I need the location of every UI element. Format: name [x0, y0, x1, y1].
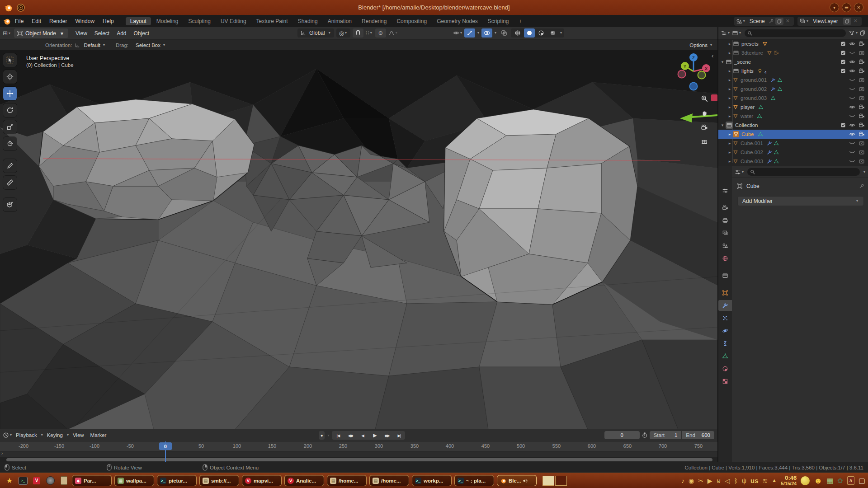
jump-to-start-button[interactable]: |◀ [332, 431, 344, 440]
transform-orientation-dropdown[interactable]: Global ▾ [297, 28, 334, 38]
outliner-row[interactable]: ▾ Collection [718, 121, 868, 130]
shading-dropdown[interactable]: ▾ [560, 31, 562, 35]
smiley-applet-icon[interactable]: ☻ [814, 477, 822, 485]
tab-modifiers[interactable] [718, 300, 732, 311]
options-dropdown[interactable]: Options ▾ [689, 42, 713, 48]
volume-muted-icon[interactable]: ◁ [725, 478, 730, 484]
tool-scale[interactable] [3, 120, 17, 134]
overlays-toggle[interactable] [481, 28, 492, 38]
tool-measure[interactable] [3, 176, 17, 189]
breadcrumb-object-name[interactable]: Cube [746, 183, 760, 189]
menu-render[interactable]: Render [45, 17, 71, 26]
sidebar-collapse-icon[interactable]: ‹ [712, 52, 713, 59]
shading-wireframe-button[interactable] [512, 28, 523, 38]
lemon-applet-icon[interactable] [801, 476, 810, 485]
workspace-pager[interactable] [542, 476, 567, 486]
eye-icon[interactable] [849, 59, 855, 65]
delete-viewlayer-icon[interactable]: ✕ [851, 18, 860, 24]
music-tray-icon[interactable]: ♪ [681, 478, 684, 484]
outliner-row[interactable]: ▸ ground.002 [718, 84, 868, 94]
overlays-dropdown[interactable]: ▾ [495, 31, 496, 35]
tab-output[interactable] [718, 215, 732, 226]
drag-value[interactable]: Select Box [136, 42, 160, 48]
menu-view[interactable]: View [72, 30, 91, 37]
auto-keying-toggle[interactable]: ● [319, 431, 325, 440]
utility-applet-icon[interactable]: ✿ [837, 477, 843, 484]
tab-tool[interactable] [718, 185, 732, 196]
falloff-dropdown[interactable]: ▾ [388, 30, 398, 36]
taskbar-window-pictures[interactable]: >_ pictur... [157, 475, 197, 486]
timeline-ruler[interactable]: -200 -150 -100 -50 50 100 150 200 250 30… [0, 441, 717, 451]
eye-closed-icon[interactable] [849, 50, 855, 56]
tray-expand-icon[interactable]: ▲ [772, 478, 777, 483]
media-player-launcher-icon[interactable]: V [32, 476, 42, 486]
xray-toggle[interactable] [499, 28, 509, 38]
terminal-launcher-icon[interactable]: >_ [18, 476, 28, 486]
orientation-value[interactable]: Default [84, 42, 100, 48]
outliner-row[interactable]: ▸ Cube.003 [718, 157, 868, 166]
workspace-tab-sculpting[interactable]: Sculpting [184, 17, 215, 25]
camera-visibility-icon[interactable] [859, 59, 865, 65]
shading-material-button[interactable] [536, 28, 547, 38]
tab-world[interactable] [718, 253, 732, 264]
taskbar-window-analie[interactable]: V Analie... [284, 475, 324, 486]
eye-closed-icon[interactable] [849, 113, 855, 119]
workspace-tab-shading[interactable]: Shading [293, 17, 322, 25]
camera-disabled-icon[interactable] [859, 86, 865, 92]
menu-playback[interactable]: Playback [13, 432, 40, 438]
jump-to-end-button[interactable]: ▶| [393, 431, 405, 440]
menu-marker[interactable]: Marker [87, 432, 110, 438]
menu-window[interactable]: Window [71, 17, 99, 26]
camera-visibility-icon[interactable] [859, 104, 865, 110]
scene-selector[interactable]: ▾ Scene ✕ [734, 17, 794, 26]
outliner-row[interactable]: ▾ _scene [718, 57, 868, 66]
checkbox-icon[interactable] [840, 59, 846, 65]
usb-icon[interactable]: ψ [742, 478, 746, 484]
tab-collection[interactable] [718, 270, 732, 281]
timeline-track-area[interactable]: › [0, 451, 717, 458]
dictionary-icon[interactable]: a [847, 476, 854, 485]
pager-desktop-1[interactable] [542, 476, 554, 486]
snap-with-dropdown[interactable]: ∷▾ [366, 30, 373, 36]
eye-icon[interactable] [849, 68, 855, 74]
tab-object-data[interactable] [718, 351, 732, 361]
taskbar-window-blender[interactable]: Ble... [497, 475, 537, 486]
tab-object[interactable] [718, 287, 732, 298]
frame-end-field[interactable]: End 600 [682, 431, 714, 439]
play-tray-icon[interactable]: ▶ [708, 478, 712, 484]
tool-rotate[interactable] [3, 103, 17, 117]
camera-disabled-icon[interactable] [859, 149, 865, 155]
eye-closed-icon[interactable] [849, 77, 855, 83]
workspace-tab-geometry-nodes[interactable]: Geometry Nodes [432, 17, 482, 25]
channel-expand-icon[interactable]: › [1, 451, 3, 456]
eye-icon[interactable] [849, 131, 855, 137]
object-visibility-dropdown[interactable]: ▾ [453, 30, 463, 36]
menu-edit[interactable]: Edit [28, 17, 45, 26]
frame-start-field[interactable]: Start 1 [650, 431, 682, 439]
keyboard-layout-indicator[interactable]: us [750, 477, 759, 484]
outliner-row[interactable]: ▸ Cube.001 [718, 139, 868, 148]
menu-object[interactable]: Object [130, 30, 153, 37]
next-keyframe-button[interactable]: ◆▶ [381, 431, 393, 440]
eye-closed-icon[interactable] [849, 140, 855, 146]
add-modifier-button[interactable]: Add Modifier ▾ [737, 196, 864, 206]
outliner-row[interactable]: ▸ Cube.002 [718, 148, 868, 157]
3d-viewport[interactable]: User Perspective (0) Collection | Cube Z… [0, 51, 717, 429]
shading-rendered-button[interactable] [547, 28, 558, 38]
tool-3d-cursor[interactable] [3, 70, 17, 84]
taskbar-window-workspace[interactable]: >_ workp... [412, 475, 452, 486]
eye-closed-icon[interactable] [849, 158, 855, 164]
tool-move[interactable] [3, 87, 17, 100]
delete-scene-icon[interactable]: ✕ [783, 18, 792, 24]
add-workspace-button[interactable]: + [514, 17, 527, 25]
eye-icon[interactable] [849, 104, 855, 110]
tab-physics[interactable] [718, 325, 732, 336]
camera-visibility-icon[interactable] [859, 131, 865, 137]
play-button[interactable]: ▶ [368, 431, 381, 440]
workspace-tab-modeling[interactable]: Modeling [152, 17, 183, 25]
display-mode-icon[interactable] [732, 30, 738, 36]
pin-icon[interactable] [859, 183, 864, 189]
menu-file[interactable]: File [11, 17, 28, 26]
clipboard-scissors-icon[interactable]: ✂ [698, 478, 703, 484]
shading-solid-button[interactable] [524, 28, 535, 38]
